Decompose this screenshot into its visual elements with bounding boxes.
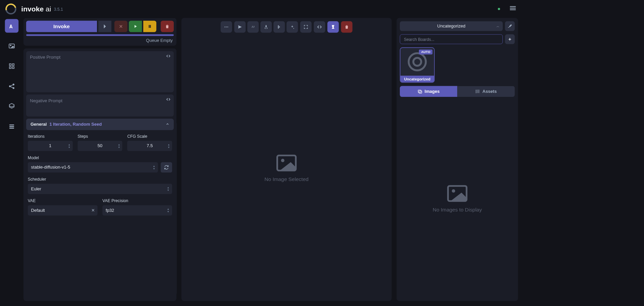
svg-rect-24 [418, 90, 421, 93]
general-section-header[interactable]: General 1 Iteration, Random Seed [26, 119, 174, 130]
pause-queue-button[interactable] [143, 21, 156, 32]
clear-queue-button[interactable] [161, 21, 174, 32]
svg-point-9 [13, 83, 14, 85]
svg-point-29 [476, 90, 476, 90]
tab-images[interactable]: Images [400, 86, 457, 97]
resume-queue-button[interactable] [129, 21, 142, 32]
svg-rect-14 [9, 128, 14, 129]
viewer-empty-state: No Image Selected [181, 36, 392, 301]
chevron-up-icon: ︿ [496, 24, 499, 28]
settings-menu-button[interactable] [508, 4, 518, 14]
board-card-uncategorized[interactable]: AUTO Uncategorized [400, 47, 435, 83]
negative-prompt-box [26, 95, 174, 117]
invoke-button[interactable]: Invoke [26, 21, 97, 32]
auto-badge: AUTO [419, 50, 432, 55]
fullscreen-button[interactable] [300, 21, 312, 33]
cfg-scale-label: CFG Scale [127, 134, 172, 139]
nav-text-to-image[interactable] [5, 19, 19, 33]
vae-label: VAE [28, 198, 98, 203]
nav-workflow-editor[interactable] [5, 79, 19, 93]
progress-toggle-button[interactable] [327, 21, 339, 33]
queue-status-text: Queue Empty [26, 36, 174, 43]
svg-rect-16 [150, 25, 151, 28]
app-version: 3.5.1 [54, 7, 63, 11]
svg-point-11 [13, 87, 14, 89]
send-to-button[interactable] [234, 21, 246, 33]
board-search-input[interactable] [400, 34, 503, 44]
connection-status-dot [498, 8, 500, 10]
image-placeholder-icon [276, 155, 297, 171]
svg-rect-1 [510, 8, 516, 8]
nav-queue[interactable] [5, 120, 19, 133]
section-title: General [31, 122, 47, 127]
steps-input[interactable]: 50 ▲▼ [77, 141, 122, 151]
vae-precision-select[interactable]: fp32 ▲▼ [102, 205, 172, 216]
queue-front-button[interactable] [98, 21, 111, 32]
parameters-panel: Invoke Queue Empty [23, 18, 176, 301]
gallery-panel: Uncategorized ︿ + AUTO Uncategorized [396, 18, 518, 301]
prompt-syntax-icon[interactable] [166, 54, 170, 59]
scheduler-select[interactable]: Euler ▲▼ [28, 184, 172, 194]
svg-rect-8 [12, 67, 14, 68]
svg-point-19 [227, 26, 228, 27]
model-select[interactable]: stable-diffusion-v1-5 ▲▼ [28, 162, 158, 173]
section-subtitle: 1 Iteration, Random Seed [49, 122, 102, 127]
svg-point-33 [452, 189, 455, 193]
delete-image-button[interactable] [341, 21, 353, 33]
clear-icon[interactable]: ✕ [91, 208, 95, 213]
cancel-button[interactable] [114, 21, 127, 32]
svg-point-4 [10, 45, 11, 46]
svg-rect-2 [510, 9, 516, 10]
gallery-settings-button[interactable] [505, 21, 515, 31]
negative-prompt-input[interactable] [30, 98, 170, 112]
no-image-text: No Image Selected [265, 176, 309, 182]
more-menu-button[interactable] [221, 21, 232, 33]
iterations-label: Iterations [28, 134, 73, 139]
prompt-syntax-icon[interactable] [166, 97, 170, 102]
use-prompt-button[interactable] [247, 21, 259, 33]
svg-rect-20 [278, 25, 279, 29]
svg-rect-21 [279, 26, 280, 28]
tab-assets[interactable]: Assets [457, 86, 515, 97]
svg-rect-7 [9, 67, 11, 68]
use-all-button[interactable] [273, 21, 285, 33]
number-stepper-icon[interactable]: ▲▼ [68, 143, 70, 148]
select-chevron-icon: ▲▼ [153, 165, 155, 170]
svg-rect-6 [12, 64, 14, 65]
select-chevron-icon: ▲▼ [167, 186, 169, 191]
app-header: invoke ai 3.5.1 [0, 0, 523, 18]
board-thumb-icon [408, 52, 427, 71]
use-size-button[interactable] [286, 21, 298, 33]
svg-rect-13 [9, 126, 14, 127]
svg-point-18 [226, 26, 227, 27]
scheduler-label: Scheduler [28, 177, 172, 182]
svg-point-30 [476, 91, 476, 91]
svg-rect-15 [149, 25, 150, 28]
workspace-nav [5, 18, 19, 301]
positive-prompt-box [26, 51, 174, 93]
svg-rect-5 [9, 64, 11, 65]
app-title: invoke ai [21, 5, 51, 13]
add-board-button[interactable]: + [505, 34, 515, 44]
vae-select[interactable]: Default ✕ [28, 205, 98, 216]
iterations-input[interactable]: 1 ▲▼ [28, 141, 73, 151]
cfg-scale-input[interactable]: 7.5 ▲▼ [127, 141, 172, 151]
use-seed-button[interactable] [260, 21, 272, 33]
metadata-button[interactable] [314, 21, 325, 33]
svg-point-10 [9, 85, 11, 87]
board-dropdown[interactable]: Uncategorized ︿ [400, 21, 503, 31]
svg-point-23 [281, 159, 284, 162]
number-stepper-icon[interactable]: ▲▼ [118, 143, 120, 148]
steps-label: Steps [77, 134, 122, 139]
nav-unified-canvas[interactable] [5, 59, 19, 73]
board-card-label: Uncategorized [400, 76, 434, 82]
positive-prompt-input[interactable] [30, 55, 170, 87]
svg-point-17 [224, 26, 225, 27]
chevron-up-icon [166, 122, 169, 127]
svg-rect-0 [510, 6, 516, 7]
number-stepper-icon[interactable]: ▲▼ [167, 143, 170, 148]
images-icon [418, 89, 423, 94]
nav-model-manager[interactable] [5, 100, 19, 113]
sync-models-button[interactable] [161, 162, 172, 173]
nav-image-to-image[interactable] [5, 39, 19, 53]
